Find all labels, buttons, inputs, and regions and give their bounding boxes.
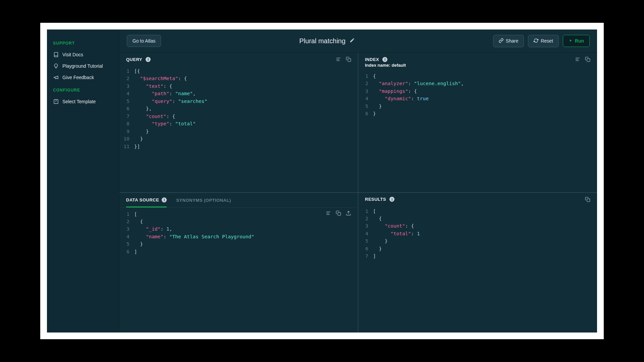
line-number: 6 (119, 248, 134, 255)
line-number: 4 (119, 90, 134, 97)
panel-tools (585, 197, 590, 202)
title-wrap: Plural matching (165, 37, 489, 45)
line-number: 3 (358, 222, 373, 230)
line-number: 2 (119, 218, 134, 225)
copy-icon[interactable] (585, 57, 590, 62)
code-line: 6 } (358, 245, 597, 252)
code-text: ] (134, 248, 358, 255)
line-number: 9 (119, 128, 134, 135)
panel-tools (336, 57, 351, 62)
index-editor[interactable]: 1{2 "analyzer": "lucene.english",3 "mapp… (358, 70, 597, 192)
code-text: "count": { (134, 113, 358, 120)
code-text: } (134, 135, 358, 142)
code-text: } (373, 103, 597, 110)
code-text: } (134, 240, 358, 248)
run-button[interactable]: Run (563, 35, 590, 47)
code-line: 5 "query": "searches" (119, 98, 358, 105)
code-line: 3 "count": { (358, 222, 597, 230)
info-icon[interactable]: i (162, 197, 167, 202)
results-panel: RESULTS i 1[2 {3 "count": {4 "total": 15… (358, 193, 597, 333)
format-icon[interactable] (336, 57, 341, 62)
go-to-atlas-button[interactable]: Go to Atlas (127, 35, 161, 47)
code-line: 6] (119, 248, 358, 255)
line-number: 5 (119, 98, 134, 105)
lightbulb-icon (53, 63, 59, 69)
line-number: 2 (358, 215, 373, 222)
datasource-editor[interactable]: 1[2 {3 "_id": 1,4 "name": "The Atlas Sea… (119, 208, 358, 333)
code-line: 9 } (119, 128, 358, 135)
share-button[interactable]: Share (493, 35, 524, 47)
line-number: 2 (358, 80, 373, 87)
edit-icon[interactable] (350, 38, 355, 44)
svg-rect-8 (587, 59, 590, 62)
code-text: "_id": 1, (134, 225, 358, 233)
line-number: 10 (119, 135, 134, 142)
code-line: 4 "dynamic": true (358, 95, 597, 102)
panel-header: RESULTS i (358, 193, 597, 205)
code-text: [{ (134, 67, 358, 75)
line-number: 1 (119, 210, 134, 218)
code-text: { (134, 218, 358, 225)
button-label: Run (575, 38, 584, 44)
line-number: 5 (358, 103, 373, 110)
code-text: "$searchMeta": { (134, 75, 358, 82)
code-line: 4 "path": "name", (119, 90, 358, 97)
code-text: } (373, 237, 597, 245)
format-icon[interactable] (575, 57, 580, 62)
tab-synonyms[interactable]: SYNONYMS (OPTIONAL) (176, 193, 231, 207)
line-number: 1 (119, 67, 134, 75)
sidebar-item-feedback[interactable]: Give Feedback (47, 72, 119, 83)
code-line: 2 "$searchMeta": { (119, 75, 358, 82)
panel-title: RESULTS (365, 197, 386, 202)
panel-tools (575, 57, 590, 62)
panel-title: INDEX (365, 57, 379, 62)
code-line: 3 "text": { (119, 82, 358, 90)
sidebar-item-tutorial[interactable]: Playground Tutorial (47, 60, 119, 72)
code-text: "dynamic": true (373, 95, 597, 102)
info-icon[interactable]: i (389, 197, 394, 202)
query-panel: QUERY i 1[{2 "$searchMeta": {3 "text": {… (119, 53, 358, 193)
query-editor[interactable]: 1[{2 "$searchMeta": {3 "text": {4 "path"… (119, 65, 358, 192)
sidebar-item-select-template[interactable]: Select Template (47, 96, 119, 107)
code-line: 2 { (358, 215, 597, 222)
refresh-icon (534, 38, 538, 44)
line-number: 4 (119, 233, 134, 240)
copy-icon[interactable] (346, 57, 351, 62)
line-number: 5 (358, 237, 373, 245)
code-line: 2 "analyzer": "lucene.english", (358, 80, 597, 87)
results-viewer: 1[2 {3 "count": {4 "total": 15 }6 }7] (358, 205, 597, 333)
tab-data-source[interactable]: DATA SOURCE i (126, 193, 167, 207)
reset-button[interactable]: Reset (528, 35, 559, 47)
code-line: 6} (358, 110, 597, 117)
code-line: 4 "total": 1 (358, 230, 597, 237)
code-line: 1[{ (119, 67, 358, 75)
code-text: } (373, 245, 597, 252)
code-text: "count": { (373, 222, 597, 230)
info-icon[interactable]: i (146, 57, 151, 62)
line-number: 7 (119, 113, 134, 120)
panel-header: INDEX i (358, 53, 597, 63)
upload-icon[interactable] (346, 210, 351, 216)
line-number: 8 (119, 120, 134, 127)
info-icon[interactable]: i (382, 57, 387, 62)
line-number: 3 (119, 82, 134, 90)
panel-header: QUERY i (119, 53, 358, 65)
code-line: 7] (358, 252, 597, 260)
datasource-panel: DATA SOURCE i SYNONYMS (OPTIONAL) 1[2 {3… (119, 193, 358, 333)
code-text: { (373, 72, 597, 80)
code-text: } (134, 128, 358, 135)
code-text: "total": 1 (373, 230, 597, 237)
line-number: 1 (358, 72, 373, 80)
sidebar-section-support: SUPPORT (47, 36, 119, 49)
datasource-tabs: DATA SOURCE i SYNONYMS (OPTIONAL) (119, 193, 358, 208)
code-text: [ (373, 207, 597, 215)
svg-rect-4 (348, 59, 351, 62)
code-text: }, (134, 105, 358, 112)
sidebar-item-label: Playground Tutorial (62, 63, 103, 69)
code-line: 10 } (119, 135, 358, 142)
code-text: }] (134, 143, 358, 150)
copy-icon[interactable] (585, 197, 590, 202)
format-icon[interactable] (326, 210, 331, 216)
sidebar-item-visit-docs[interactable]: Visit Docs (47, 49, 119, 60)
copy-icon[interactable] (336, 210, 341, 216)
